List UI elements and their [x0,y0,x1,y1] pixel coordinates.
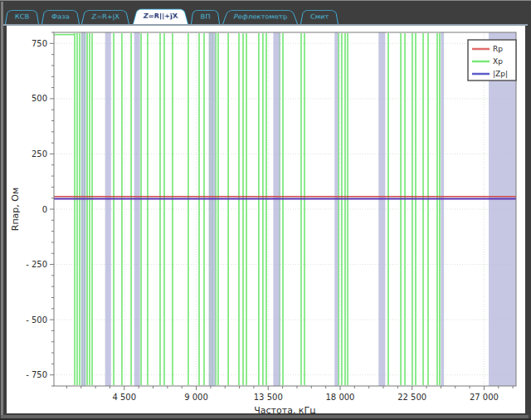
band-marker [441,32,444,386]
y-axis-tick-label: - 500 [26,315,47,325]
tab-ksv[interactable]: КСВ [5,10,39,24]
x-axis-tick-label: 4 500 [112,393,136,402]
x-axis-tick-label: 27 000 [470,393,499,402]
x-axis-tick-label: 22 500 [397,393,426,402]
legend-label: Rp [493,45,503,53]
x-axis-title: Частота, кГц [254,405,315,413]
band-marker [273,32,280,386]
band-marker [489,32,516,386]
x-axis-tick-label: 9 000 [184,393,208,402]
band-marker [209,32,216,386]
band-marker [378,32,385,386]
tab-smith[interactable]: Смит [300,10,339,24]
band-marker [134,32,140,386]
app-window: КСВ Фаза Z=R+jX Z=R||+jX ВП Рефлектометр… [0,0,531,420]
tab-bar: КСВ Фаза Z=R+jX Z=R||+jX ВП Рефлектометр… [5,4,526,24]
legend-label: |Zp| [493,70,508,78]
tab-z-parallel[interactable]: Z=R||+jX [133,9,188,24]
tab-z-series[interactable]: Z=R+jX [81,10,129,24]
band-marker [105,32,111,386]
band-marker [81,32,86,386]
y-axis-tick-label: 750 [32,39,47,48]
window-left-edge [1,2,3,415]
band-marker [334,32,338,386]
chart-panel: 4 5009 00013 50018 00022 50027 000750500… [7,26,525,413]
tab-reflectometer[interactable]: Рефлектометр [222,10,298,24]
plot-frame [54,32,516,386]
impedance-parallel-chart: 4 5009 00013 50018 00022 50027 000750500… [7,26,525,413]
y-axis-title: Rпар, Ом [10,188,21,232]
x-axis-tick-label: 18 000 [325,393,354,402]
y-axis-tick-label: - 250 [26,260,47,269]
y-axis-tick-label: 0 [42,205,47,214]
tab-vp[interactable]: ВП [191,10,220,24]
y-axis-tick-label: 500 [32,94,47,103]
y-axis-tick-label: - 750 [26,370,47,379]
x-axis-tick-label: 13 500 [254,393,283,402]
tab-faza[interactable]: Фаза [41,10,80,24]
y-axis-tick-label: 250 [32,149,47,159]
legend-label: Xp [493,57,503,66]
